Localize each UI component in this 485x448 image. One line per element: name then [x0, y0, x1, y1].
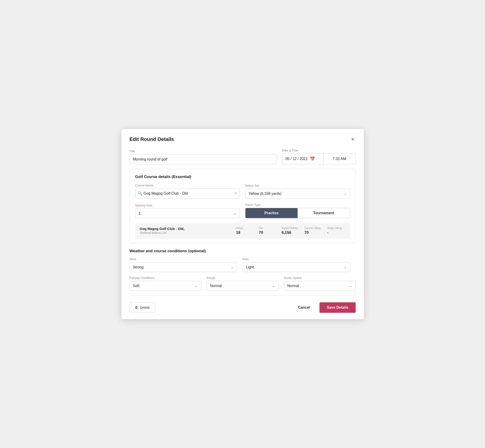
time-value: 7:31 AM [333, 157, 346, 161]
fairway-label: Fairway Conditions [129, 276, 201, 280]
course-rating-stat: Course rating 70 [300, 226, 323, 235]
course-tee-row: Course Name 🔍 × Select Tee Yellow (6,156… [135, 184, 350, 199]
course-name-input[interactable] [135, 189, 240, 199]
hole-gametype-row: Starting Hole 1234 5678 910 ⌄ Game Type … [135, 203, 350, 218]
title-datetime-row: Title Date & Time 05 / 12 / 2021 📅 7:31 … [129, 149, 356, 164]
green-speed-dropdown[interactable]: Slow Normal Fast [284, 281, 356, 291]
yards-stat: Yards(Yellow) 6,156 [277, 226, 300, 235]
course-name-input-wrap: 🔍 × [135, 189, 240, 199]
wind-dropdown[interactable]: None Light Moderate Strong [129, 262, 237, 272]
starting-hole-dropdown[interactable]: 1234 5678 910 [135, 208, 240, 218]
holes-value: 18 [236, 230, 241, 235]
fairway-field: Fairway Conditions Soft Normal Hard ⌄ [129, 276, 201, 291]
wind-field: Wind None Light Moderate Strong ⌄ [129, 257, 237, 272]
starting-hole-group: Starting Hole 1234 5678 910 ⌄ [135, 204, 240, 218]
par-value: 70 [259, 230, 263, 235]
par-stat: Par 70 [254, 226, 277, 235]
green-speed-label: Green Speed [284, 276, 356, 280]
edit-round-modal: Edit Round Details × Title Date & Time 0… [121, 129, 364, 319]
rough-dropdown[interactable]: Soft Normal Hard [207, 281, 278, 291]
title-field-group: Title [129, 150, 277, 164]
modal-title: Edit Round Details [129, 136, 174, 142]
course-stats: Holes 18 Par 70 Yards(Yellow) 6,156 Cour… [232, 226, 345, 235]
course-rating-value: 70 [304, 230, 309, 235]
holes-label: Holes [236, 226, 243, 230]
course-rating-label: Course rating [304, 226, 321, 230]
yards-value: 6,156 [282, 230, 291, 235]
time-field[interactable]: 7:31 AM [323, 154, 356, 164]
golf-course-section: Golf Course details (Essential) Course N… [129, 169, 356, 243]
select-tee-wrap: Yellow (6,156 yards) White Red Blue ⌄ [245, 189, 350, 199]
slope-rating-stat: Slope rating - [323, 226, 345, 235]
starting-hole-label: Starting Hole [135, 204, 240, 207]
game-type-toggle: Practice Tournament [245, 208, 350, 218]
title-input[interactable] [129, 154, 277, 164]
datetime-field-group: Date & Time 05 / 12 / 2021 📅 7:31 AM [282, 149, 356, 164]
close-button[interactable]: × [350, 136, 356, 142]
save-button[interactable]: Save Details [319, 302, 356, 313]
date-time-group: 05 / 12 / 2021 📅 7:31 AM [282, 153, 356, 164]
game-type-label: Game Type [245, 203, 350, 207]
course-info-name: Gog Magog Golf Club - Old, Shelford Bott… [140, 227, 232, 234]
cancel-button[interactable]: Cancel [294, 303, 314, 312]
clear-course-icon[interactable]: × [234, 191, 237, 196]
title-label: Title [129, 150, 277, 153]
trash-icon: 🗑 [135, 305, 138, 309]
course-name-group: Course Name 🔍 × [135, 184, 240, 199]
wind-select-wrap: None Light Moderate Strong ⌄ [129, 262, 237, 272]
course-location-display: Shelford Bottom, UK [140, 231, 232, 234]
delete-label: Delete [140, 305, 150, 309]
select-tee-dropdown[interactable]: Yellow (6,156 yards) White Red Blue [245, 189, 350, 199]
rough-field: Rough Soft Normal Hard ⌄ [207, 276, 278, 291]
rain-label: Rain [242, 257, 350, 261]
course-info-bar: Gog Magog Golf Club - Old, Shelford Bott… [135, 223, 350, 239]
fairway-rough-green-row: Fairway Conditions Soft Normal Hard ⌄ Ro… [129, 276, 356, 291]
wind-rain-row: Wind None Light Moderate Strong ⌄ Rain N… [129, 257, 356, 272]
green-speed-field: Green Speed Slow Normal Fast ⌄ [284, 276, 356, 291]
course-name-label: Course Name [135, 184, 240, 187]
footer-row: 🗑 Delete Cancel Save Details [129, 300, 356, 313]
fairway-dropdown[interactable]: Soft Normal Hard [129, 281, 201, 291]
rough-select-wrap: Soft Normal Hard ⌄ [207, 281, 278, 291]
tournament-toggle-button[interactable]: Tournament [298, 208, 350, 218]
par-label: Par [259, 226, 263, 230]
slope-rating-label: Slope rating [327, 226, 342, 230]
slope-rating-value: - [327, 230, 329, 235]
weather-section: Weather and course conditions (optional)… [129, 249, 356, 291]
course-name-display: Gog Magog Golf Club - Old, [140, 227, 232, 231]
search-icon: 🔍 [138, 191, 143, 196]
rain-field: Rain None Light Moderate Heavy ⌄ [242, 257, 350, 272]
calendar-icon: 📅 [310, 156, 315, 161]
footer-divider [129, 295, 356, 296]
datetime-label: Date & Time [282, 149, 356, 152]
starting-hole-wrap: 1234 5678 910 ⌄ [135, 208, 240, 218]
rain-dropdown[interactable]: None Light Moderate Heavy [242, 262, 350, 272]
game-type-group: Game Type Practice Tournament [245, 203, 350, 218]
rough-label: Rough [207, 276, 278, 280]
holes-stat: Holes 18 [232, 226, 254, 235]
date-field[interactable]: 05 / 12 / 2021 📅 [282, 154, 323, 164]
green-speed-select-wrap: Slow Normal Fast ⌄ [284, 281, 356, 291]
select-tee-group: Select Tee Yellow (6,156 yards) White Re… [245, 184, 350, 199]
date-value: 05 / 12 / 2021 [285, 157, 308, 161]
delete-button[interactable]: 🗑 Delete [129, 303, 155, 312]
weather-section-title: Weather and course conditions (optional) [129, 249, 356, 253]
rain-select-wrap: None Light Moderate Heavy ⌄ [242, 262, 350, 272]
wind-label: Wind [129, 257, 237, 261]
yards-label: Yards(Yellow) [282, 226, 298, 230]
footer-right: Cancel Save Details [294, 302, 356, 313]
modal-header: Edit Round Details × [129, 136, 356, 142]
select-tee-label: Select Tee [245, 184, 350, 187]
fairway-select-wrap: Soft Normal Hard ⌄ [129, 281, 201, 291]
practice-toggle-button[interactable]: Practice [245, 208, 298, 218]
golf-section-title: Golf Course details (Essential) [135, 175, 350, 179]
